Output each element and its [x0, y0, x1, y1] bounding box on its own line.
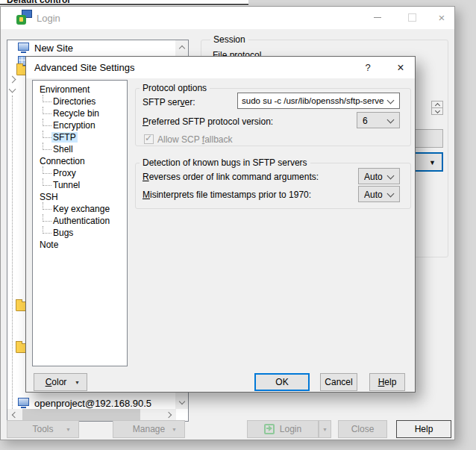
nav-item-encryption[interactable]: Encryption	[33, 119, 127, 131]
background-window-border	[0, 4, 248, 5]
chevron-down-icon	[387, 172, 395, 180]
tree-branch-line	[43, 107, 51, 114]
misinterprets-timestamps-value: Auto	[364, 190, 383, 200]
scroll-up-icon	[179, 46, 185, 51]
nav-item-proxy[interactable]: Proxy	[33, 167, 127, 179]
tree-branch-line	[43, 131, 51, 138]
cancel-button-label: Cancel	[325, 377, 352, 387]
nav-item-environment[interactable]: Environment	[33, 84, 127, 96]
color-button[interactable]: Color ▼	[34, 373, 87, 391]
help-button-label: Help	[378, 377, 397, 387]
tree-branch-line	[43, 178, 51, 186]
nav-item-ssh[interactable]: SSH	[33, 191, 127, 203]
nav-item-key-exchange[interactable]: Key exchange	[33, 203, 127, 215]
bug-detection-label: Detection of known bugs in SFTP servers	[140, 157, 310, 168]
reverses-order-value: Auto	[364, 172, 383, 182]
misinterprets-timestamps-label: Misinterprets file timestamps prior to 1…	[143, 190, 311, 200]
new-site-icon	[18, 43, 29, 52]
login-window-title: Login	[37, 13, 60, 24]
ok-button[interactable]: OK	[254, 373, 310, 391]
nav-item-note[interactable]: Note	[33, 239, 127, 251]
close-icon: ×	[397, 61, 404, 75]
horizontal-scrollbar[interactable]	[7, 409, 176, 421]
tree-guide-line	[12, 96, 13, 430]
expand-collapsed-icon[interactable]	[9, 76, 16, 84]
tree-branch-line	[43, 226, 51, 234]
login-split-button: ▼	[319, 420, 331, 438]
minimize-icon	[374, 17, 381, 18]
misinterprets-timestamps-combo[interactable]: Auto	[358, 186, 400, 202]
dropdown-caret-icon: ▼	[172, 427, 177, 432]
nav-item-sftp[interactable]: SFTP	[33, 131, 127, 143]
maximize-button[interactable]	[395, 7, 429, 28]
tree-branch-line	[43, 214, 51, 222]
tree-branch-line	[43, 166, 51, 174]
dialog-title: Advanced Site Settings	[34, 62, 134, 73]
close-button-label: Close	[351, 424, 375, 434]
nav-item-authentication[interactable]: Authentication	[33, 215, 127, 227]
maximize-icon	[408, 13, 416, 22]
screen: Default control Login × New Site My Work…	[0, 0, 476, 450]
scroll-left-icon	[12, 412, 18, 418]
reverses-order-label: Reverses order of link command arguments…	[143, 172, 319, 182]
scroll-down-icon	[179, 399, 185, 404]
nav-item-bugs[interactable]: Bugs	[33, 227, 127, 239]
sftp-server-label: SFTP server:	[143, 97, 195, 107]
minimize-button[interactable]	[360, 7, 395, 28]
nav-item-shell[interactable]: Shell	[33, 143, 127, 155]
dialog-help-button[interactable]: ?	[353, 57, 383, 78]
sftp-version-combo[interactable]: 6	[357, 112, 400, 128]
close-button[interactable]: ×	[429, 7, 454, 28]
help-button[interactable]: Help	[396, 420, 451, 438]
dropdown-caret-icon: ▼	[66, 427, 71, 432]
expand-expanded-icon[interactable]	[9, 86, 16, 93]
nav-item-connection[interactable]: Connection	[33, 155, 127, 167]
reverses-order-combo[interactable]: Auto	[358, 168, 400, 184]
login-button-label: Login	[280, 424, 301, 434]
dropdown-caret-icon: ▼	[429, 159, 436, 166]
site-tree-item-openproject[interactable]: openproject@192.168.90.5	[8, 397, 172, 410]
selected-nav-label: SFTP	[51, 132, 78, 143]
tree-branch-line	[43, 119, 51, 126]
nav-item-tunnel[interactable]: Tunnel	[33, 179, 127, 191]
site-tree-item-label: New Site	[34, 43, 73, 54]
dialog-titlebar: Advanced Site Settings ? ×	[26, 57, 415, 78]
sftp-server-combo[interactable]: sudo su -c /usr/lib/openssh/sftp-server	[237, 93, 400, 109]
login-arrow-icon	[264, 424, 275, 434]
close-session-button: Close	[338, 420, 387, 438]
chevron-down-icon	[387, 190, 395, 198]
checkmark-icon: ✓	[145, 133, 152, 143]
manage-button: Manage ▼	[113, 420, 185, 438]
port-spinner-down[interactable]	[431, 107, 443, 115]
scrollbar-thumb[interactable]	[22, 409, 140, 421]
tools-button-label: Tools	[32, 424, 53, 434]
dropdown-caret-icon: ▼	[75, 380, 80, 385]
nav-item-recycle-bin[interactable]: Recycle bin	[33, 107, 127, 119]
advanced-site-settings-dialog: Advanced Site Settings ? × Environment D…	[25, 56, 416, 393]
tree-branch-line	[43, 202, 51, 210]
chevron-down-icon	[387, 116, 395, 124]
sftp-server-value: sudo su -c /usr/lib/openssh/sftp-server	[242, 96, 384, 105]
scroll-right-icon	[166, 412, 172, 418]
login-button: Login	[247, 420, 319, 438]
close-icon: ×	[439, 12, 445, 23]
dialog-help-button-bottom[interactable]: Help	[369, 373, 405, 391]
dropdown-caret-icon: ▼	[322, 427, 328, 432]
winscp-app-icon	[16, 10, 32, 25]
help-icon: ?	[365, 62, 370, 73]
cancel-button[interactable]: Cancel	[320, 373, 357, 391]
dialog-close-button[interactable]: ×	[386, 57, 416, 78]
settings-nav-tree: Environment Directories Recycle bin Encr…	[32, 80, 128, 366]
allow-scp-fallback-checkbox: ✓	[144, 134, 154, 144]
chevron-down-icon	[387, 97, 395, 104]
session-icon	[18, 398, 29, 407]
site-tree-item-new-site[interactable]: New Site	[8, 42, 172, 54]
login-titlebar: Login ×	[1, 7, 454, 29]
session-group-label: Session	[210, 34, 248, 45]
tools-button: Tools ▼	[7, 420, 79, 438]
nav-item-directories[interactable]: Directories	[33, 96, 127, 107]
site-tree-item-label: openproject@192.168.90.5	[34, 398, 151, 409]
color-button-label: Color	[46, 377, 67, 387]
tree-branch-line	[43, 143, 51, 150]
allow-scp-fallback-label: Allow SCP fallback	[157, 134, 233, 145]
